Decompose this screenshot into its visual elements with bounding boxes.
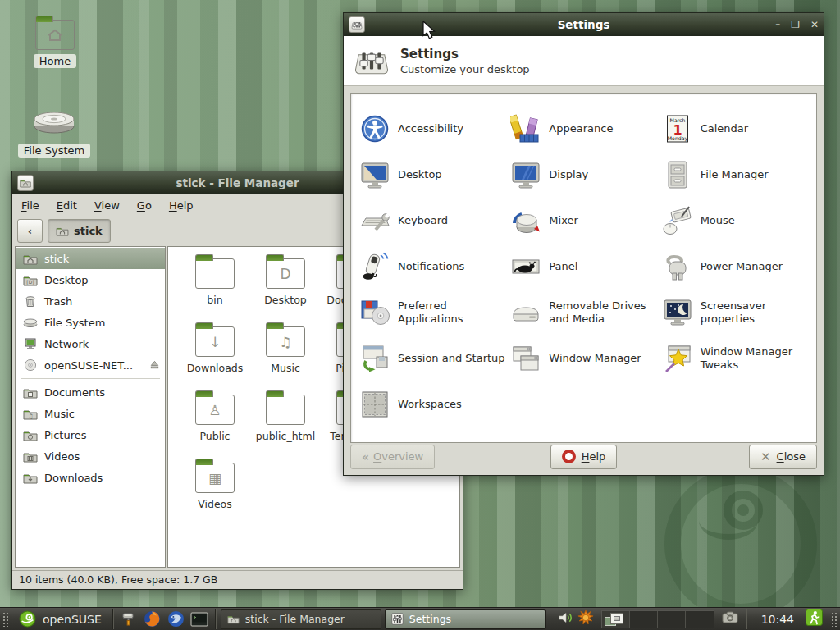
pager-workspace-4[interactable] (686, 611, 714, 628)
file-manager-sidebar: stick [D] Desktop Trash File System Netw… (15, 246, 166, 568)
settings-item-screensaver[interactable]: Screensaver properties (662, 290, 813, 336)
menu-file[interactable]: File (21, 199, 39, 212)
folder-item[interactable]: ♙Public (180, 395, 250, 463)
opensuse-menu-button[interactable]: openSUSE (11, 608, 109, 630)
settings-item-label: Desktop (398, 168, 442, 181)
help-button[interactable]: Help (550, 445, 618, 469)
panel-grip[interactable] (831, 612, 838, 627)
home-folder-icon (35, 20, 75, 50)
settings-item-workspaces[interactable]: Workspaces (359, 381, 510, 427)
folder-item[interactable]: ♫Music (250, 326, 321, 395)
panel-grip[interactable] (2, 612, 9, 627)
sidebar-item-opensuse-cd[interactable]: openSUSE-NET... (16, 354, 165, 376)
sidebar-item-desktop[interactable]: [D] Desktop (16, 269, 165, 290)
updates-icon[interactable] (578, 609, 594, 629)
pager-workspace-2[interactable] (630, 611, 658, 628)
folder-icon (23, 472, 38, 484)
settings-item-wm-tweaks[interactable]: Window Manager Tweaks (662, 336, 813, 381)
eject-icon[interactable] (149, 359, 160, 372)
settings-item-file-manager[interactable]: File Manager (662, 152, 813, 198)
sidebar-item-videos[interactable]: Videos (16, 445, 165, 467)
thunderbird-launcher[interactable] (166, 609, 186, 629)
sidebar-item-label: Trash (44, 295, 72, 308)
sidebar-item-label: Videos (44, 450, 80, 463)
settings-item-mouse[interactable]: Mouse (662, 198, 813, 244)
settings-item-appearance[interactable]: Appearance (510, 106, 661, 152)
paint-roller-launcher[interactable] (118, 609, 139, 629)
settings-item-label: Power Manager (701, 260, 783, 273)
logout-button[interactable] (806, 609, 823, 629)
folder-emblem-icon (267, 395, 304, 424)
settings-item-power-manager[interactable]: Power Manager (662, 244, 813, 290)
settings-item-desktop[interactable]: Desktop (359, 152, 510, 198)
settings-item-preferred-applications[interactable]: Preferred Applications (359, 290, 510, 336)
settings-item-label: Workspaces (398, 398, 462, 411)
menu-view[interactable]: View (94, 199, 120, 212)
folder-icon: [D] (23, 274, 38, 286)
sidebar-item-network[interactable]: Network (16, 333, 165, 354)
settings-item-panel[interactable]: Panel (510, 244, 661, 290)
pager-workspace-1[interactable] (602, 611, 630, 628)
settings-item-label: Removable Drives and Media (549, 299, 658, 326)
folder-item[interactable]: public_html (250, 395, 321, 463)
folder-name: Videos (180, 498, 250, 510)
folder-icon (23, 386, 38, 399)
path-button-label: stick (74, 225, 103, 237)
maximize-button[interactable]: ❒ (791, 19, 800, 30)
sidebar-item-documents[interactable]: Documents (16, 381, 165, 403)
settings-window: Settings – ❒ ✕ Settings Customize your d… (343, 12, 824, 476)
settings-item-accessibility[interactable]: Accessibility (359, 106, 510, 152)
folder-item[interactable]: bin (180, 258, 250, 326)
folder-item[interactable]: DDesktop (250, 258, 321, 326)
folder-emblem-icon: ♙ (196, 395, 234, 424)
settings-header-title: Settings (400, 47, 530, 62)
folder-name: Desktop (250, 294, 321, 306)
sidebar-item-filesystem[interactable]: File System (16, 312, 165, 333)
pager-workspace-3[interactable] (658, 611, 686, 628)
clock[interactable]: 10:44 (761, 613, 794, 626)
sidebar-item-stick[interactable]: stick (16, 248, 165, 269)
folder-item[interactable]: ↓Downloads (180, 326, 250, 395)
sidebar-item-label: Pictures (44, 429, 86, 441)
settings-item-mixer[interactable]: Mixer (510, 198, 661, 244)
menu-go[interactable]: Go (137, 199, 152, 212)
sidebar-item-downloads[interactable]: Downloads (16, 467, 165, 488)
back-button[interactable]: ‹ (17, 219, 43, 243)
path-button-stick[interactable]: stick (48, 219, 111, 243)
folder-item[interactable]: ▦Videos (180, 463, 250, 531)
settings-item-notifications[interactable]: Notifications (359, 244, 510, 290)
desktop-tray-icon[interactable] (722, 610, 738, 628)
sidebar-item-pictures[interactable]: Pictures (16, 424, 165, 445)
settings-item-session-startup[interactable]: Session and Startup (359, 336, 510, 381)
firefox-launcher[interactable] (142, 609, 162, 629)
settings-item-label: Notifications (398, 260, 464, 273)
window-manager-icon (510, 343, 541, 374)
task-settings[interactable]: Settings (385, 609, 546, 629)
minimize-button[interactable]: – (775, 19, 780, 30)
settings-item-removable-drives[interactable]: Removable Drives and Media (510, 290, 661, 336)
volume-icon[interactable] (558, 610, 573, 628)
settings-item-label: Mixer (549, 214, 578, 227)
close-button[interactable]: ✕ (810, 19, 819, 30)
file-manager-statusbar: 10 items (40.0 KB), Free space: 1.7 GB (12, 570, 463, 589)
desktop-icon-filesystem[interactable]: File System (8, 105, 100, 158)
settings-item-display[interactable]: Display (510, 152, 661, 198)
menu-edit[interactable]: Edit (57, 199, 77, 212)
folder-emblem-icon: ▦ (196, 463, 234, 492)
folder-name: Public (180, 430, 250, 442)
panel-separator (215, 609, 216, 629)
sidebar-item-music[interactable]: ♫ Music (16, 403, 165, 424)
settings-item-calendar[interactable]: March1Monday Calendar (662, 106, 813, 152)
settings-item-keyboard[interactable]: Keyboard (359, 198, 510, 244)
settings-item-window-manager[interactable]: Window Manager (510, 336, 661, 381)
desktop-icon-home[interactable]: Home (21, 20, 89, 68)
task-file-manager[interactable]: stick - File Manager (221, 609, 381, 629)
settings-footer: « Overview Help ✕ Close (350, 444, 817, 469)
file-cabinet-icon (662, 159, 693, 190)
menu-help[interactable]: Help (169, 199, 194, 212)
pager-mini-window (610, 613, 623, 624)
terminal-launcher[interactable] (189, 609, 210, 629)
settings-header-subtitle: Customize your desktop (400, 63, 530, 75)
settings-titlebar[interactable]: Settings – ❒ ✕ (344, 13, 824, 36)
sidebar-item-trash[interactable]: Trash (16, 290, 165, 312)
